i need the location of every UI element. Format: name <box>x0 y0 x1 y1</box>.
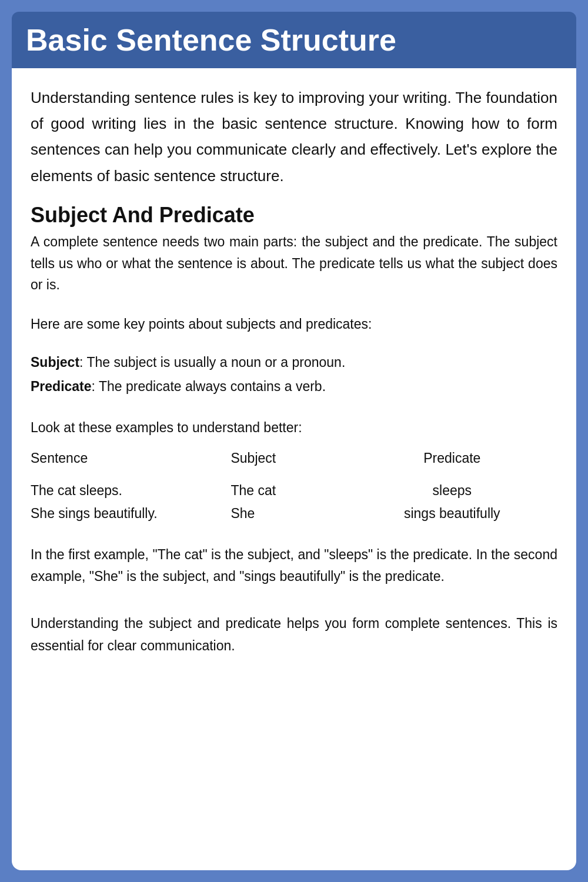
examples-table: Sentence Subject Predicate The cat sleep… <box>31 447 557 525</box>
closing-paragraph: Understanding the subject and predicate … <box>31 613 557 657</box>
key-points-block: Subject: The subject is usually a noun o… <box>31 350 557 399</box>
subject-key-point: Subject: The subject is usually a noun o… <box>31 350 557 375</box>
key-points-intro: Here are some key points about subjects … <box>31 313 557 335</box>
table-row: She sings beautifully. She sings beautif… <box>31 502 557 525</box>
row1-predicate: sleeps <box>347 479 557 502</box>
divider-space-4 <box>31 537 557 544</box>
intro-paragraph: Understanding sentence rules is key to i… <box>31 85 557 189</box>
table-header-row: Sentence Subject Predicate <box>31 447 557 472</box>
section-paragraph: A complete sentence needs two main parts… <box>31 231 557 296</box>
predicate-text: : The predicate always contains a verb. <box>92 379 326 394</box>
title-bar: Basic Sentence Structure <box>12 12 576 68</box>
content-card: Understanding sentence rules is key to i… <box>12 68 576 870</box>
divider-space-3 <box>31 410 557 417</box>
header-subject: Subject <box>230 447 346 472</box>
predicate-key-point: Predicate: The predicate always contains… <box>31 375 557 399</box>
examples-intro: Look at these examples to understand bet… <box>31 417 557 439</box>
row2-predicate: sings beautifully <box>347 502 557 525</box>
header-predicate: Predicate <box>347 447 557 472</box>
subject-text: : The subject is usually a noun or a pro… <box>79 355 345 370</box>
row1-sentence: The cat sleeps. <box>31 479 230 502</box>
row1-subject: The cat <box>230 479 346 502</box>
row2-subject: She <box>230 502 346 525</box>
header-sentence: Sentence <box>31 447 230 472</box>
divider-space-5 <box>31 600 557 607</box>
table-spacer <box>31 472 557 479</box>
divider-space <box>31 306 557 313</box>
subject-label: Subject <box>31 355 79 370</box>
divider-space-2 <box>31 343 557 350</box>
predicate-label: Predicate <box>31 379 92 394</box>
row2-sentence: She sings beautifully. <box>31 502 230 525</box>
section-heading: Subject And Predicate <box>31 203 557 228</box>
table-row: The cat sleeps. The cat sleeps <box>31 479 557 502</box>
page-title: Basic Sentence Structure <box>26 23 396 57</box>
explanation-paragraph: In the first example, "The cat" is the s… <box>31 544 557 589</box>
page-container: Basic Sentence Structure Understanding s… <box>0 0 588 882</box>
